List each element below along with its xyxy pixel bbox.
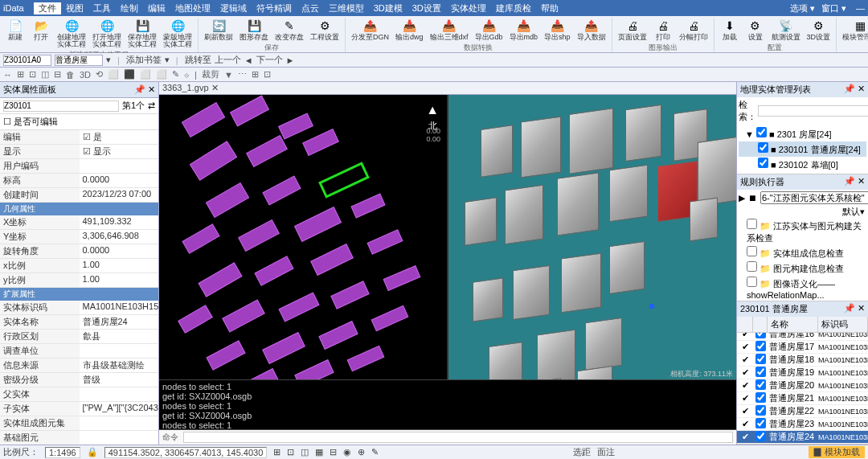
toolbar-icon[interactable]: ⊞ (252, 69, 259, 80)
building-2d[interactable] (278, 292, 319, 322)
prop-value[interactable]: 普级 (80, 373, 159, 387)
building-2d[interactable] (230, 96, 269, 127)
pin-icon[interactable]: 📌 (134, 84, 145, 94)
building-3d[interactable] (521, 116, 561, 178)
pin-icon[interactable]: 📌 (844, 84, 855, 93)
menu-帮助[interactable]: 帮助 (536, 2, 563, 14)
layer-dropdown-icon[interactable]: ▾ (106, 55, 111, 65)
toolbar-icon[interactable]: ▼ (224, 70, 233, 80)
status-icon[interactable]: ▦ (315, 447, 323, 457)
menu-工具[interactable]: 工具 (88, 2, 116, 14)
list-item[interactable]: ✔普通房屋17MA1001NE103H1535... (737, 341, 868, 354)
building-3d[interactable] (577, 366, 612, 379)
prop-value[interactable]: ["PW_A"]["{3C2043E0-2B97-... (80, 402, 159, 416)
building-3d[interactable] (473, 277, 503, 322)
list-check-icon[interactable]: ✔ (737, 367, 753, 378)
prop-value[interactable]: 3,306,646.908 (80, 230, 159, 244)
run-icon[interactable]: ▶ (739, 193, 745, 203)
title-right-选项[interactable]: 选项 ▾ (790, 3, 815, 13)
prop-value[interactable]: 歙县 (80, 330, 159, 343)
building-3d[interactable] (690, 198, 718, 242)
prop-value[interactable] (80, 159, 159, 173)
toolbar-icon[interactable]: ⬛ (124, 69, 135, 80)
building-2d[interactable] (254, 256, 293, 285)
list-check-icon[interactable]: ✔ (737, 393, 753, 404)
status-icon[interactable]: ⊟ (330, 447, 337, 457)
list-item[interactable]: ✔普通房屋19MA1001NE103H1535... (737, 367, 868, 379)
building-2d[interactable] (278, 113, 313, 139)
prop-value[interactable]: 市县级基础测绘 (80, 359, 159, 372)
menu-地图处理[interactable]: 地图处理 (170, 2, 215, 14)
prop-row[interactable]: 用户编码 (0, 159, 158, 174)
viewport-2d[interactable]: ▲北 0.00 0.00 (159, 95, 447, 379)
rule-item[interactable]: 📁 图元构建信息检查 (737, 260, 868, 276)
prop-row[interactable]: 父实体 (0, 387, 158, 402)
list-check-icon[interactable]: ✔ (737, 406, 753, 416)
list-checkbox[interactable] (755, 354, 766, 364)
tree-checkbox[interactable] (758, 158, 768, 168)
building-3d[interactable] (481, 125, 513, 178)
building-3d[interactable] (489, 342, 522, 379)
menu-符号精调[interactable]: 符号精调 (252, 2, 297, 14)
list-check-icon[interactable]: ✔ (737, 354, 753, 365)
next-button[interactable]: 下一个 (256, 54, 283, 66)
menu-3D设置[interactable]: 3D设置 (407, 2, 446, 14)
rule-checkbox[interactable] (747, 219, 757, 229)
ribbon-加载[interactable]: ⬇加载 (718, 18, 742, 42)
list-checkbox[interactable] (755, 392, 766, 403)
building-2d[interactable] (294, 207, 342, 242)
building-3d[interactable] (625, 105, 661, 162)
menu-视图[interactable]: 视图 (61, 2, 88, 14)
list-item[interactable]: ✔普通房屋24MA1001NE103H1535... (737, 431, 868, 444)
building-3d[interactable] (569, 108, 613, 174)
prev-icon[interactable]: ◄ (244, 55, 253, 65)
toolbar-icon[interactable]: ⊟ (54, 69, 61, 80)
ribbon-蒙版地理实体工程[interactable]: 🌐蒙版地理实体工程 (161, 18, 194, 49)
entity-code-input[interactable] (3, 100, 119, 112)
building-3d[interactable] (537, 330, 575, 379)
prop-row[interactable]: 实体标识码MA1001NE103H15351422... (0, 301, 158, 315)
menu-3D建模[interactable]: 3D建模 (369, 2, 407, 14)
prop-value[interactable]: ☑ 是 (80, 130, 159, 144)
ribbon-3D设置[interactable]: ⚙3D设置 (805, 18, 833, 42)
building-3d[interactable] (609, 165, 648, 223)
close-icon[interactable]: ✕ (858, 84, 865, 93)
building-2d[interactable] (318, 321, 358, 350)
toolbar-icon[interactable]: 裁剪 (202, 68, 219, 80)
ribbon-打开地理实体工程[interactable]: 🌐打开地理实体工程 (90, 18, 124, 49)
list-checkbox[interactable] (755, 405, 766, 416)
building-2d[interactable] (330, 281, 369, 309)
editable-checkbox[interactable]: ☐ 是否可编辑 (3, 116, 58, 128)
scale-value[interactable]: 1:1496 (45, 447, 80, 458)
rule-item[interactable]: 📁 图像语义化——showRelationMap... (737, 276, 868, 301)
status-icon[interactable]: ✎ (371, 447, 379, 457)
list-check-icon[interactable]: ✔ (737, 342, 753, 352)
building-2d[interactable] (262, 175, 301, 205)
ribbon-导入数据[interactable]: 📤导入数据 (575, 18, 608, 42)
prop-value[interactable]: 普通房屋24 (80, 315, 159, 329)
prop-value[interactable] (80, 416, 159, 430)
toolbar-icon[interactable]: ✎ (172, 69, 179, 80)
ribbon-导出shp[interactable]: 📥导出shp (542, 18, 573, 42)
building-2d[interactable] (178, 305, 213, 334)
prop-row[interactable]: 创建时间2023/12/23 07:00 (0, 188, 158, 203)
toolbar-icon[interactable]: ⬜ (108, 69, 119, 80)
units2-label[interactable]: 面注 (597, 446, 615, 458)
toolbar-icon[interactable]: | (194, 70, 197, 80)
ribbon-导出Gdb[interactable]: 📥导出Gdb (473, 18, 506, 42)
prop-row[interactable]: 实体组成图元集 (0, 416, 158, 431)
stop-icon[interactable]: ⏹ (748, 193, 757, 203)
prop-value[interactable]: 1.00 (80, 273, 159, 287)
tree-node[interactable]: ■ 230101 普通房屋[24] (739, 141, 866, 157)
layer-input[interactable] (55, 55, 103, 66)
prop-value[interactable] (80, 431, 159, 445)
ribbon-导出mdb[interactable]: 📥导出mdb (507, 18, 541, 42)
toolbar-icon[interactable]: ⟲ (96, 69, 103, 80)
tree-node[interactable]: ▼ ■ 2301 房屋[24] (739, 126, 866, 141)
viewport-tab[interactable]: 3363_1.gvp ✕ (162, 83, 219, 93)
toolbar-icon[interactable]: ↔ (3, 70, 12, 80)
ribbon-航测设置[interactable]: 📡航测设置 (769, 18, 803, 42)
building-2d[interactable] (294, 359, 334, 379)
menu-文件[interactable]: 文件 (34, 2, 61, 14)
list-checkbox[interactable] (755, 431, 766, 441)
